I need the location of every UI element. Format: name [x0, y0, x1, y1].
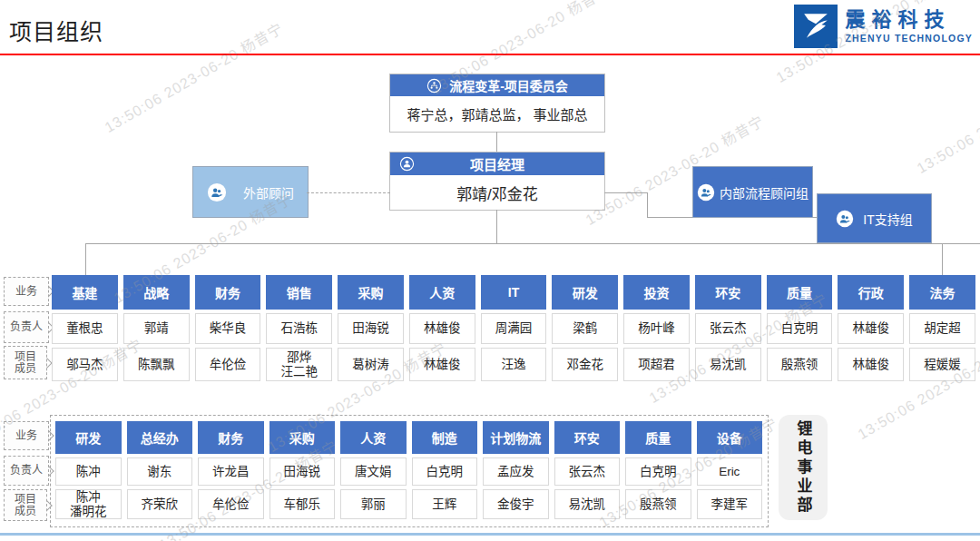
title-divider: [0, 54, 980, 55]
members-cell: 殷燕领: [767, 348, 833, 381]
project-manager-title: 项目经理: [470, 154, 524, 173]
department-column: 研发梁鹤邓金花: [552, 275, 618, 381]
department-column: 计划物流孟应发金俊宇: [483, 421, 549, 519]
row-label-owner: 负责人: [4, 456, 49, 486]
row-label-text: 项目成员: [10, 351, 41, 375]
it-support-box: IT支持组: [817, 193, 932, 243]
members-cell: 汪逸: [481, 348, 547, 381]
owner-cell: 陈冲: [55, 457, 122, 486]
committee-box: 流程变革-项目委员会 蒋宁总，郭靖总监， 事业部总: [390, 74, 604, 132]
members-cell: 林雄俊: [838, 348, 904, 381]
owner-cell: 张云杰: [695, 313, 761, 344]
dept-header-cell: 财务: [195, 275, 261, 310]
department-column: 财务许龙昌牟伦俭: [198, 421, 264, 519]
dept-header-cell: 行政: [838, 275, 904, 310]
owner-cell: 林雄俊: [409, 313, 475, 344]
department-column: 采购田海锐车郁乐: [270, 421, 336, 519]
row-label-text: 业务: [15, 430, 37, 442]
battery-table-columns: 研发陈冲陈冲 潘明花总经办谢东齐荣欣财务许龙昌牟伦俭采购田海锐车郁乐人资唐文娟郭…: [55, 421, 762, 519]
members-cell: 牟伦俭: [195, 348, 261, 381]
dept-header-cell: 法务: [909, 275, 975, 310]
department-column: 人资唐文娟郭丽: [340, 421, 407, 519]
consultant-person-icon: [207, 182, 227, 202]
internal-consultant-box: 内部流程顾问组: [692, 166, 813, 218]
battery-division-tag: 锂电事业部: [779, 415, 828, 520]
dept-header-cell: 财务: [198, 421, 264, 454]
members-cell: 林雄俊: [409, 348, 475, 381]
members-cell: 李建军: [697, 489, 763, 519]
row-label-business: 业务: [4, 421, 49, 450]
row-label-business: 业务: [4, 277, 49, 306]
department-column: 质量白克明殷燕领: [625, 421, 691, 519]
row-label-text: 项目成员: [10, 494, 41, 517]
committee-header: 流程变革-项目委员会: [390, 74, 604, 96]
owner-cell: 许龙昌: [198, 457, 264, 486]
dept-header-cell: 环安: [554, 421, 621, 454]
members-cell: 王辉: [412, 489, 478, 519]
corporate-table-columns: 基建董根忠邬马杰战略郭靖陈飘飘财务柴华良牟伦俭销售石浩栋邵烨 汪二艳采购田海锐葛…: [52, 275, 975, 381]
org-chart-icon: [426, 78, 442, 93]
department-column: IT周满园汪逸: [481, 275, 547, 381]
department-column: 环安张云杰易沈凯: [554, 421, 621, 519]
row-label-owner: 负责人: [4, 311, 49, 343]
connector: [496, 132, 497, 152]
owner-cell: 田海锐: [270, 457, 336, 486]
members-cell: 齐荣欣: [127, 489, 193, 519]
external-consultant-label: 外部顾问: [243, 183, 294, 202]
department-column: 研发陈冲陈冲 潘明花: [55, 421, 122, 519]
page-title: 项目组织: [9, 14, 103, 46]
dept-header-cell: 战略: [123, 275, 190, 310]
dept-header-cell: 销售: [266, 275, 332, 310]
owner-cell: 张云杰: [554, 457, 621, 486]
department-column: 质量白克明殷燕领: [767, 275, 833, 381]
dept-header-cell: 人资: [340, 421, 407, 454]
members-cell: 易沈凯: [695, 348, 761, 381]
members-cell: 陈飘飘: [123, 348, 190, 381]
connector: [85, 243, 980, 244]
owner-cell: 林雄俊: [838, 313, 904, 344]
owner-cell: 董根忠: [52, 313, 118, 344]
project-manager-header: 项目经理: [390, 152, 604, 175]
connector: [647, 192, 648, 217]
connector: [496, 210, 497, 243]
owner-cell: 田海锐: [338, 313, 404, 344]
members-cell: 陈冲 潘明花: [55, 489, 122, 519]
members-cell: 邓金花: [552, 348, 618, 381]
department-column: 制造白克明王辉: [412, 421, 478, 519]
owner-cell: 白克明: [767, 313, 833, 344]
department-column: 人资林雄俊林雄俊: [409, 275, 475, 381]
owner-cell: 白克明: [412, 457, 478, 486]
logo-name-en: ZHENYU TECHNOLOGY: [845, 32, 973, 44]
owner-cell: 杨叶峰: [623, 313, 690, 344]
department-column: 财务柴华良牟伦俭: [195, 275, 261, 381]
department-column: 环安张云杰易沈凯: [695, 275, 761, 381]
project-manager-box: 项目经理 郭靖/邓金花: [390, 152, 604, 210]
dept-header-cell: 采购: [270, 421, 336, 454]
external-consultant-box: 外部顾问: [192, 166, 309, 218]
members-cell: 殷燕领: [625, 489, 691, 519]
department-column: 总经办谢东齐荣欣: [127, 421, 193, 519]
connector: [942, 243, 943, 275]
dept-header-cell: 计划物流: [483, 421, 549, 454]
owner-cell: Eric: [697, 457, 763, 486]
dept-header-cell: 采购: [338, 275, 404, 310]
owner-cell: 白克明: [625, 457, 691, 486]
bottom-divider: [0, 533, 980, 536]
row-label-members: 项目成员: [4, 346, 47, 379]
row-label-text: 负责人: [10, 321, 43, 333]
owner-cell: 胡定超: [909, 313, 975, 344]
it-support-label: IT支持组: [863, 210, 912, 228]
dept-header-cell: 设备: [697, 421, 763, 454]
dept-header-cell: 制造: [412, 421, 478, 454]
members-cell: 郭丽: [340, 489, 407, 519]
owner-cell: 孟应发: [483, 457, 549, 486]
watermark-text: 13:50:06 2023-06-20 杨昔宁: [100, 16, 287, 137]
owner-cell: 周满园: [481, 313, 547, 344]
members-cell: 车郁乐: [270, 489, 336, 519]
dashed-connector: [307, 192, 390, 193]
members-cell: 程媛媛: [909, 348, 975, 381]
support-person-icon: [836, 210, 854, 228]
owner-cell: 谢东: [127, 457, 193, 486]
row-label-members: 项目成员: [4, 489, 47, 521]
department-column: 法务胡定超程媛媛: [909, 275, 975, 381]
